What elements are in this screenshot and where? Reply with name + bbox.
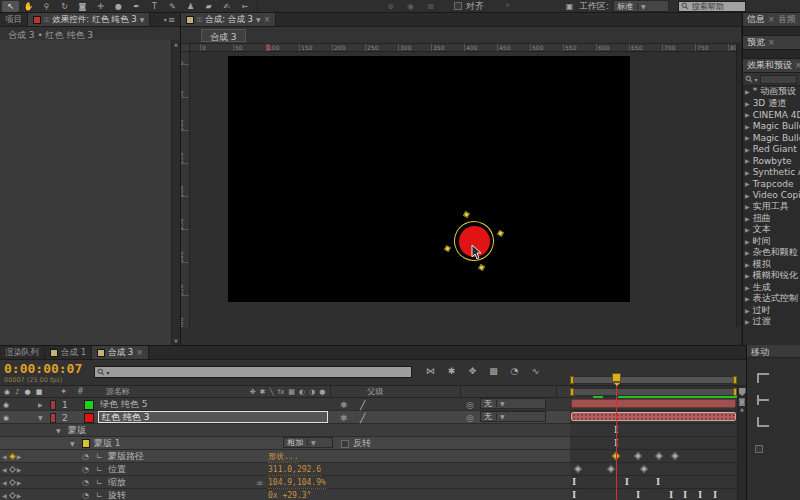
- mask-vertex-handle[interactable]: [497, 230, 504, 237]
- mask-vertex-handle[interactable]: [478, 264, 485, 271]
- snap-2-icon[interactable]: ◉: [402, 1, 419, 12]
- effects-category[interactable]: ▶Red Giant: [743, 144, 800, 156]
- add-keyframe-icon[interactable]: [9, 466, 16, 473]
- keyframe-diamond-icon[interactable]: [640, 465, 648, 473]
- mask-vertex-handle[interactable]: [463, 211, 470, 218]
- horizontal-ruler[interactable]: 0501001502002503003504004505005506006507…: [190, 44, 737, 52]
- mask-color-chip[interactable]: [82, 437, 90, 450]
- effects-category[interactable]: ▶Magic Bullet Lo: [743, 121, 800, 133]
- graph-row[interactable]: I: [570, 437, 737, 450]
- add-keyframe-icon[interactable]: [9, 492, 16, 499]
- timeline-row[interactable]: ◉▶1绿色 纯色 5✱╱◎无▼: [0, 398, 570, 411]
- layer-duration-bar[interactable]: [571, 399, 736, 408]
- eraser-tool[interactable]: ▰: [200, 1, 217, 12]
- graph-row[interactable]: [570, 398, 737, 411]
- switch-column-icon-0[interactable]: ✥: [250, 388, 256, 396]
- previous-keyframe-icon[interactable]: ◀: [2, 453, 8, 460]
- graph-icon[interactable]: ∟: [96, 476, 103, 489]
- graph-row[interactable]: III: [570, 476, 737, 489]
- switch-column-icon-3[interactable]: fx: [278, 388, 285, 396]
- tab-audio-label[interactable]: 音频: [778, 13, 796, 26]
- timeline-row[interactable]: ◀▶◔∟缩放∞104.9,104.9%: [0, 476, 570, 489]
- scroll-up-icon[interactable]: ▲: [738, 406, 746, 412]
- effects-category[interactable]: ▶* 动画预设: [743, 86, 800, 98]
- source-name-column-header[interactable]: 源名称: [106, 386, 130, 397]
- quality-switch[interactable]: ╱: [360, 398, 365, 411]
- parent-column-header[interactable]: 父级: [367, 386, 383, 397]
- zoom-tool[interactable]: ⚲: [38, 1, 55, 12]
- keyframe-hold-icon[interactable]: I: [636, 490, 640, 500]
- align-middle-icon[interactable]: [757, 395, 769, 405]
- parent-select[interactable]: 无▼: [480, 411, 546, 422]
- close-icon[interactable]: ×: [768, 15, 775, 24]
- puppet-pin-tool[interactable]: ➳: [236, 1, 253, 12]
- pen-tool[interactable]: ✒: [128, 1, 145, 12]
- layer-name[interactable]: 红色 纯色 3: [98, 411, 328, 423]
- hide-shy-icon[interactable]: ✥: [466, 365, 479, 377]
- layer-name[interactable]: 绿色 纯色 5: [100, 398, 147, 411]
- time-navigator-bar[interactable]: [570, 376, 737, 384]
- effects-category[interactable]: ▶实用工具: [743, 201, 800, 213]
- collapse-switch[interactable]: ✱: [340, 398, 348, 411]
- mask-mode-select[interactable]: 相加▼: [283, 437, 333, 448]
- switch-column-icon-6[interactable]: ◑: [309, 388, 315, 396]
- stopwatch-icon[interactable]: ◔: [82, 476, 89, 489]
- effects-category[interactable]: ▶Trapcode: [743, 178, 800, 190]
- quality-switch[interactable]: ╱: [360, 411, 365, 424]
- align-bottom-icon[interactable]: [757, 417, 769, 427]
- hand-tool[interactable]: ✋: [20, 1, 37, 12]
- roto-brush-tool[interactable]: ✍: [218, 1, 235, 12]
- layer-duration-bar-selected[interactable]: [571, 412, 736, 421]
- property-name[interactable]: 蒙版路径: [108, 450, 144, 463]
- timeline-row[interactable]: ◉▼2红色 纯色 3✱╱◎无▼: [0, 411, 570, 424]
- panel-menu-button[interactable]: ▾ ≡: [159, 13, 180, 26]
- dock-title[interactable]: 移动: [747, 345, 800, 358]
- tab-project[interactable]: 项目: [0, 13, 28, 26]
- effects-category[interactable]: ▶扭曲: [743, 213, 800, 225]
- help-search-input[interactable]: ⚲ 搜索帮助: [678, 1, 746, 12]
- property-value[interactable]: 311.0,292.6: [268, 463, 321, 476]
- layer-expander[interactable]: ▼: [38, 411, 43, 424]
- effects-category[interactable]: ▶3D 通道: [743, 98, 800, 110]
- property-name[interactable]: 旋转: [108, 489, 126, 500]
- lock-column-icon[interactable]: ■: [36, 388, 43, 396]
- effects-category[interactable]: ▶文本: [743, 224, 800, 236]
- switch-column-icon-5[interactable]: ◐: [299, 388, 305, 396]
- motion-blur-icon[interactable]: ◔: [508, 365, 521, 377]
- comp-breadcrumb-button[interactable]: 合成 3: [201, 29, 246, 42]
- property-value[interactable]: 形状...: [268, 450, 298, 463]
- clone-stamp-tool[interactable]: ♟: [182, 1, 199, 12]
- snap-1-icon[interactable]: ⊕: [382, 1, 399, 12]
- current-time-indicator-line[interactable]: [616, 374, 617, 500]
- layer-swatch[interactable]: [84, 398, 94, 411]
- mini-flowchart-icon[interactable]: ⋈: [424, 365, 437, 377]
- current-timecode[interactable]: 0:00:00:07: [4, 361, 82, 376]
- parent-pickwhip-icon[interactable]: ◎: [466, 411, 474, 424]
- effects-category[interactable]: ▶过时: [743, 305, 800, 317]
- graph-row[interactable]: [570, 463, 737, 476]
- effects-category[interactable]: ▶生成: [743, 282, 800, 294]
- work-area-bar[interactable]: [570, 388, 737, 396]
- timeline-row[interactable]: ▼蒙版 1相加▼反转: [0, 437, 570, 450]
- switch-column-icon-7[interactable]: ●: [319, 388, 325, 396]
- link-icon[interactable]: ∞: [256, 476, 264, 489]
- add-keyframe-icon[interactable]: [9, 453, 16, 460]
- tab-render-queue[interactable]: 渲染队列: [0, 346, 45, 359]
- current-time-indicator-grip[interactable]: [612, 373, 621, 382]
- switch-column-icon-4[interactable]: ▩: [288, 388, 295, 396]
- layer-label-chip[interactable]: [50, 411, 56, 424]
- effects-category[interactable]: ▶CINEMA 4D: [743, 109, 800, 121]
- property-value[interactable]: 0x +29.3°: [268, 489, 311, 500]
- keyframe-diamond-icon[interactable]: [671, 452, 679, 460]
- work-area-start-handle[interactable]: [570, 388, 574, 396]
- keyframe-diamond-icon[interactable]: [655, 452, 663, 460]
- graph-editor-icon[interactable]: ∿: [529, 365, 542, 377]
- effects-category[interactable]: ▶模拟: [743, 259, 800, 271]
- comp-viewport[interactable]: [228, 56, 630, 302]
- audio-column-icon[interactable]: ♪: [15, 388, 19, 396]
- stopwatch-icon[interactable]: ◔: [82, 489, 89, 500]
- keyframe-diamond-icon[interactable]: [574, 465, 582, 473]
- effects-category[interactable]: ▶Magic Bullet Mi: [743, 132, 800, 144]
- solo-column-icon[interactable]: ●: [25, 388, 31, 396]
- keyframe-hold-icon[interactable]: I: [698, 490, 702, 500]
